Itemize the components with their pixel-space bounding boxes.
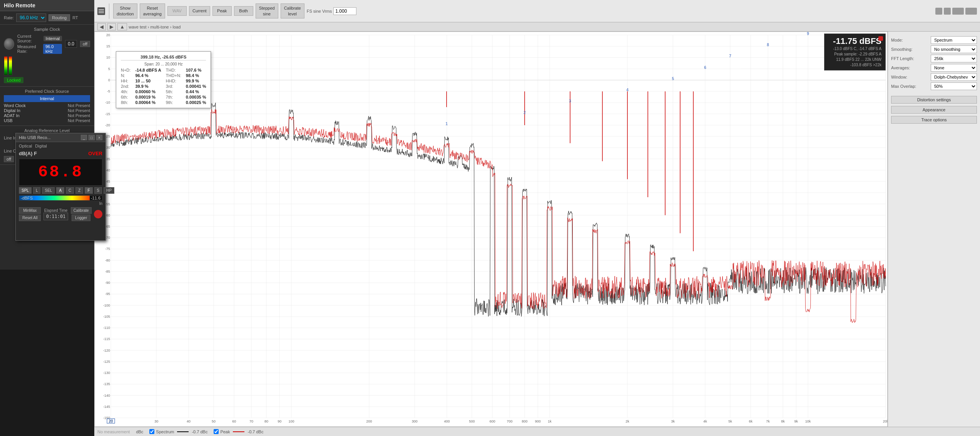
thdn-value: 98.4 % [186, 73, 206, 78]
measured-rate-value: 96.0 kHz [43, 44, 62, 54]
reset-all-button[interactable]: Reset All [19, 215, 41, 221]
spectrum-panel[interactable]: 399.18 Hz, -26.65 dBFS Span: 20 ... 20,0… [94, 32, 888, 427]
peak-button[interactable]: Peak [212, 6, 232, 15]
h6-label: 6th: [121, 95, 130, 99]
spl-button[interactable]: SPL [19, 187, 32, 194]
l-button[interactable]: L [33, 187, 41, 194]
h3-value: 0.00041 % [186, 84, 206, 89]
digital-in-status: Not Present [68, 108, 90, 113]
level-sub-1: -13.0 dBFS C, -14.7 dBFS A [828, 46, 881, 52]
icon-2 [944, 8, 951, 15]
c-button[interactable]: C [66, 187, 74, 194]
trace-options-button[interactable]: Trace options [891, 116, 977, 124]
close-button[interactable]: × [96, 135, 102, 140]
thd-value: 107.6 % [186, 68, 206, 72]
thdn-label: THD+N: [166, 73, 181, 78]
smoothing-select[interactable]: No smoothing [931, 45, 977, 53]
level-main: -11.75 dBFS [828, 36, 881, 46]
elapsed-display: 0:11:01 [43, 213, 69, 220]
wav-button[interactable]: WAV [167, 6, 187, 15]
reset-averaging-button[interactable]: Reset averaging [140, 3, 165, 18]
rate-select[interactable]: 96.0 kHz [16, 13, 46, 22]
n-value: 96.4 % [135, 73, 161, 78]
record-button[interactable] [94, 210, 102, 218]
meter-display: 68.8 [19, 159, 102, 186]
toolbar: Show distortion Reset averaging WAV Curr… [94, 0, 980, 22]
svg-rect-2 [99, 12, 104, 13]
h4-value: 0.00060 % [135, 89, 161, 94]
window-select[interactable]: Dolph-Chebyshev 200 [931, 73, 977, 81]
hp-button[interactable]: HP [104, 187, 114, 194]
meter-digits: 68.8 [38, 163, 83, 181]
sel-button[interactable]: SEL [42, 187, 55, 194]
a-button[interactable]: A [56, 187, 64, 194]
fs-vrms-input[interactable] [333, 7, 356, 15]
z-button[interactable]: Z [75, 187, 83, 194]
preferred-clock-title: Preferred Clock Source [4, 89, 90, 94]
peak-line-icon [233, 431, 244, 432]
spectrum-checkbox[interactable] [149, 429, 154, 434]
peak-checkbox[interactable] [214, 429, 219, 434]
minmax-button[interactable]: MinMax [19, 207, 41, 214]
distortion-settings-button[interactable]: Distortion settings [891, 96, 977, 104]
h2-value: 39.9 % [135, 84, 161, 89]
back-button[interactable]: ◀ [97, 23, 106, 30]
icon-3 [952, 8, 964, 15]
s-button[interactable]: S [94, 187, 102, 194]
minimize-button[interactable]: _ [81, 135, 87, 140]
averages-select[interactable]: None [931, 64, 977, 72]
stepped-sine-button[interactable]: Stepped sine [256, 3, 278, 18]
spectrum-canvas [95, 32, 887, 426]
calibrate-button[interactable]: Calibrate [71, 207, 92, 214]
internal-clock-button[interactable]: Internal [4, 95, 90, 102]
peak-value: -0.7 dBc [248, 429, 263, 434]
sample-clock-knob[interactable] [4, 38, 14, 50]
measured-rate-label: Measured Rate: [17, 44, 43, 54]
mode-select[interactable]: Spectrum [931, 36, 977, 44]
level-sub-3: 11.9 dBFS 22 ... 22k UNW [828, 57, 881, 62]
peak-status-label: Peak [220, 429, 230, 434]
record-indicator [878, 36, 883, 41]
icon-1 [935, 8, 942, 15]
current-button[interactable]: Current [189, 6, 210, 15]
logger-button[interactable]: Logger [72, 215, 90, 221]
svg-rect-0 [99, 9, 104, 10]
max-overlap-select[interactable]: 50% [931, 82, 977, 90]
h6-value: 0.00019 % [135, 95, 161, 99]
fs-vrms-label: FS sine Vrms [307, 9, 332, 13]
appearance-button[interactable]: Appearance [891, 106, 977, 114]
dbc-label: dBc [136, 429, 143, 434]
nd-value: -14.8 dBFS A [135, 68, 161, 72]
h7-value: 0.00035 % [186, 95, 206, 99]
h4-label: 4th: [121, 89, 130, 94]
forward-button[interactable]: ▶ [107, 23, 116, 30]
both-button[interactable]: Both [234, 6, 253, 15]
averages-label: Averages: [891, 65, 910, 70]
calibrate-level-button[interactable]: Calibrate level [281, 3, 304, 18]
level-value-display: -11.6 [91, 196, 100, 200]
level-in-label: In [19, 201, 102, 206]
sample-clock-title: Sample Clock [4, 27, 90, 32]
up-button[interactable]: ▲ [117, 23, 127, 30]
adat-in-label: ADAT In [4, 113, 35, 118]
hilo-reco-window: Hilo USB Reco... _ □ × Optical Digital d… [15, 133, 106, 241]
icon-4 [965, 8, 977, 15]
usb-label: USB [4, 118, 35, 123]
level-sub-4: -103.8 dBFS >22k [828, 62, 881, 68]
digital-in-label: Digital In [4, 108, 35, 113]
f-button[interactable]: F [85, 187, 92, 194]
off-button[interactable]: off [80, 41, 90, 47]
show-distortion-button[interactable]: Show distortion [113, 3, 137, 18]
meter-title: dB(A) F [19, 151, 37, 156]
fft-length-select[interactable]: 256k [931, 55, 977, 62]
spectrum-line-icon [177, 431, 189, 432]
rt-label: RT [72, 15, 78, 20]
h7-label: 7th: [166, 95, 181, 99]
no-measurement-label: No measurement [97, 429, 130, 434]
word-clock-status: Not Present [68, 103, 90, 108]
menu-icon[interactable] [97, 7, 105, 15]
hhd-label: HHD: [166, 79, 181, 83]
info-popup: 399.18 Hz, -26.65 dBFS Span: 20 ... 20,0… [116, 51, 211, 108]
restore-button[interactable]: □ [89, 135, 95, 140]
routing-button[interactable]: Routing [48, 14, 70, 21]
